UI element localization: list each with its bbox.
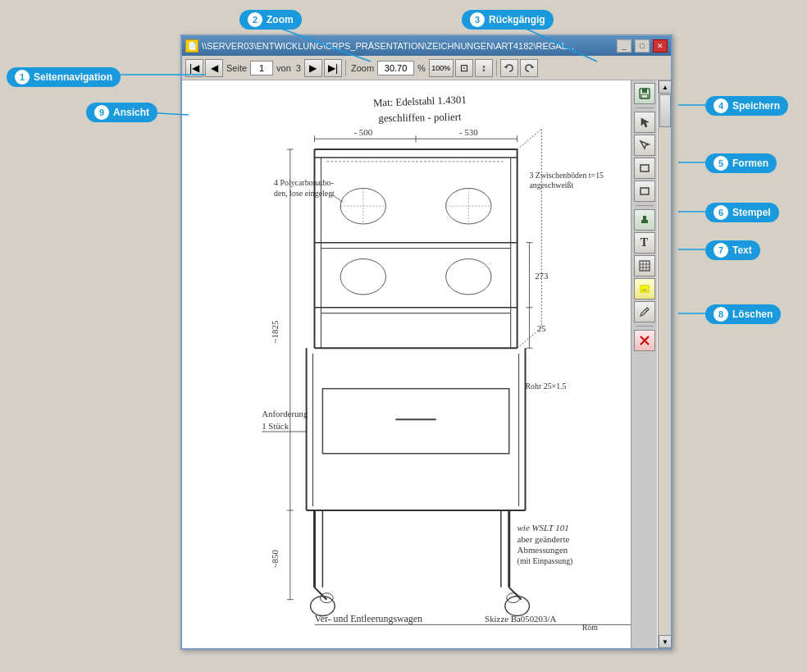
maximize-button[interactable]: □ xyxy=(635,39,650,53)
scroll-up-button[interactable]: ▲ xyxy=(659,80,672,94)
tooltip-formen: 5 Formen xyxy=(705,153,777,173)
tooltip-loeschen: 8 Löschen xyxy=(705,304,781,324)
tooltip-zoom: 2 Zoom xyxy=(239,10,302,30)
table-tool-button[interactable] xyxy=(634,255,655,277)
of-label: von xyxy=(276,63,291,73)
scroll-track[interactable] xyxy=(659,94,671,635)
delete-tool-button[interactable] xyxy=(634,330,655,351)
prev-page-button[interactable]: ◀ xyxy=(205,59,223,77)
content-area: Mat: Edelstahl 1.4301 geschliffen - poli… xyxy=(182,80,671,648)
select-tool-button[interactable] xyxy=(634,135,655,156)
stamp-tool-button[interactable] xyxy=(634,209,655,231)
scroll-thumb[interactable] xyxy=(659,94,671,127)
page-number-input[interactable] xyxy=(250,61,273,75)
title-bar: 📄 \\SERVER03\ENTWICKLUNG\CRPS_PRÄSENTATI… xyxy=(182,36,671,56)
page-label: Seite xyxy=(226,63,247,73)
undo-button[interactable] xyxy=(500,59,518,77)
zoom-input[interactable] xyxy=(377,61,414,75)
redo-button[interactable] xyxy=(520,59,538,77)
right-toolbar-sep-3 xyxy=(636,326,654,327)
close-button[interactable]: ✕ xyxy=(653,39,668,53)
vertical-scrollbar[interactable]: ▲ ▼ xyxy=(658,80,671,648)
app-window: 📄 \\SERVER03\ENTWICKLUNG\CRPS_PRÄSENTATI… xyxy=(180,34,672,650)
svg-text:wie WSLT 101: wie WSLT 101 xyxy=(517,523,569,533)
tooltip-rueckgaengig: 3 Rückgängig xyxy=(462,10,554,30)
right-toolbar: T ab xyxy=(631,80,657,648)
toolbar-separator-2 xyxy=(496,60,497,76)
svg-text:aber geänderte: aber geänderte xyxy=(517,534,570,544)
svg-text:~1825: ~1825 xyxy=(270,321,280,344)
svg-text:Röm: Röm xyxy=(582,623,599,632)
svg-rect-0 xyxy=(201,80,639,648)
svg-text:Abmessungen: Abmessungen xyxy=(517,545,568,555)
save-tool-button[interactable] xyxy=(634,83,655,104)
zoom-label: Zoom xyxy=(351,63,374,73)
last-page-button[interactable]: ▶| xyxy=(324,59,342,77)
tooltip-text: 7 Text xyxy=(705,240,760,260)
svg-text:geschliffen - poliert: geschliffen - poliert xyxy=(378,112,462,125)
tooltip-seitennavigation: 1 Seitennavigation xyxy=(7,67,121,87)
svg-text:- 530: - 530 xyxy=(459,127,478,137)
zoom-fit-button[interactable]: ⊡ xyxy=(455,59,473,77)
svg-text:Anforderung: Anforderung xyxy=(262,409,308,418)
svg-text:~850: ~850 xyxy=(270,550,280,569)
svg-text:- 500: - 500 xyxy=(353,127,372,137)
pointer-tool-button[interactable] xyxy=(634,112,655,133)
svg-rect-86 xyxy=(641,220,648,223)
toolbar: |◀ ◀ Seite von 3 ▶ ▶| Zoom % 100% ⊡ ↕ xyxy=(182,56,671,80)
svg-text:1 Stück: 1 Stück xyxy=(262,421,289,431)
drawing-area[interactable]: Mat: Edelstahl 1.4301 geschliffen - poli… xyxy=(182,80,658,648)
text-tool-button[interactable]: T xyxy=(634,232,655,254)
tooltip-stempel: 6 Stempel xyxy=(705,203,779,222)
zoom-fit-width-button[interactable]: ↕ xyxy=(475,59,493,77)
svg-text:4 Polycarbonatbo-: 4 Polycarbonatbo- xyxy=(274,179,334,188)
rect-filled-button[interactable] xyxy=(634,158,655,179)
tooltip-speichern: 4 Speichern xyxy=(705,96,788,116)
scroll-down-button[interactable]: ▼ xyxy=(659,635,672,648)
svg-text:(mit Einpassung): (mit Einpassung) xyxy=(517,556,573,566)
first-page-button[interactable]: |◀ xyxy=(185,59,203,77)
next-page-button[interactable]: ▶ xyxy=(304,59,322,77)
svg-rect-84 xyxy=(641,165,649,171)
tooltip-ansicht: 9 Ansicht xyxy=(86,103,157,122)
technical-drawing: Mat: Edelstahl 1.4301 geschliffen - poli… xyxy=(182,80,658,648)
svg-text:Skizze Ba050203/A: Skizze Ba050203/A xyxy=(485,614,556,624)
svg-line-95 xyxy=(645,309,647,311)
pen-tool-button[interactable] xyxy=(634,301,655,322)
svg-rect-87 xyxy=(643,216,646,220)
zoom-percent: % xyxy=(417,63,426,73)
right-toolbar-sep-2 xyxy=(636,205,654,206)
svg-rect-88 xyxy=(640,261,650,271)
svg-text:angeschweißt: angeschweißt xyxy=(529,181,573,190)
svg-text:ab: ab xyxy=(641,287,647,292)
svg-rect-82 xyxy=(642,89,647,93)
svg-text:den, lose eingelegt: den, lose eingelegt xyxy=(274,189,335,198)
rect-outline-button[interactable] xyxy=(634,181,655,202)
total-pages: 3 xyxy=(296,63,301,73)
title-bar-text: \\SERVER03\ENTWICKLUNG\CRPS_PRÄSENTATION… xyxy=(202,41,613,51)
svg-text:Rohr 25×1.5: Rohr 25×1.5 xyxy=(526,382,567,391)
app-icon: 📄 xyxy=(185,39,198,53)
toolbar-separator-1 xyxy=(345,60,346,76)
minimize-button[interactable]: _ xyxy=(617,39,631,53)
svg-text:3 Zwischenböden t=15: 3 Zwischenböden t=15 xyxy=(529,171,604,180)
highlight-tool-button[interactable]: ab xyxy=(634,278,655,299)
svg-rect-85 xyxy=(641,188,649,194)
zoom-100-button[interactable]: 100% xyxy=(429,59,454,77)
right-toolbar-sep-1 xyxy=(636,107,654,108)
svg-text:Ver- und Entleerungswagen: Ver- und Entleerungswagen xyxy=(314,613,422,624)
